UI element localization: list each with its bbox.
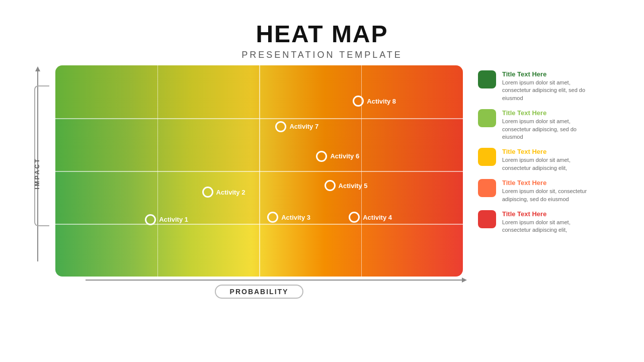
legend-title-5: Title Text Here <box>502 210 594 218</box>
activity-marker-1: Activity 1 <box>145 214 188 225</box>
legend-text-1: Title Text HereLorem ipsum dolor sit ame… <box>502 70 594 102</box>
legend-item-2: Title Text HereLorem ipsum dolor sit ame… <box>478 109 594 141</box>
heatmap-container: Activity 1Activity 2Activity 3Activity 4… <box>55 65 463 299</box>
x-axis-area: PROBABILITY <box>55 280 463 299</box>
heatmap-grid: Activity 1Activity 2Activity 3Activity 4… <box>55 65 463 277</box>
legend-item-5: Title Text HereLorem ipsum dolor sit ame… <box>478 210 594 234</box>
legend-text-5: Title Text HereLorem ipsum dolor sit ame… <box>502 210 594 234</box>
activity-label-1: Activity 1 <box>159 216 188 223</box>
main-area: IMPACT Activity 1Activity 2Activity 3Act… <box>0 65 644 299</box>
y-axis: IMPACT <box>25 65 50 282</box>
activity-dot-5 <box>325 180 336 191</box>
page-subtitle: PRESENTATION TEMPLATE <box>0 50 644 60</box>
activity-label-5: Activity 5 <box>339 182 368 190</box>
activity-dot-2 <box>202 187 213 198</box>
legend-item-1: Title Text HereLorem ipsum dolor sit ame… <box>478 70 594 102</box>
activity-marker-8: Activity 8 <box>353 96 396 107</box>
legend-desc-5: Lorem ipsum dolor sit amet, consectetur … <box>502 219 594 234</box>
activity-dot-3 <box>267 212 278 223</box>
activity-marker-3: Activity 3 <box>267 212 310 223</box>
y-axis-label: IMPACT <box>34 157 41 189</box>
x-axis-line <box>86 280 463 281</box>
x-axis-line-wrapper <box>55 280 463 281</box>
legend-text-4: Title Text HereLorem ipsum dolor sit, co… <box>502 179 594 203</box>
activity-label-7: Activity 7 <box>289 123 318 130</box>
row-overlay-2 <box>55 118 463 171</box>
row-overlay-1 <box>55 65 463 118</box>
activity-dot-1 <box>145 214 156 225</box>
activity-dot-8 <box>353 96 364 107</box>
x-axis-label: PROBABILITY <box>215 285 304 299</box>
legend-title-3: Title Text Here <box>502 148 594 155</box>
row-overlay-3 <box>55 171 463 224</box>
legend-color-1 <box>478 70 496 88</box>
y-axis-bracket <box>34 85 49 226</box>
activity-label-6: Activity 6 <box>330 152 359 160</box>
legend-color-4 <box>478 179 496 197</box>
legend-title-1: Title Text Here <box>502 70 594 78</box>
legend-text-3: Title Text HereLorem ipsum dolor sit ame… <box>502 148 594 172</box>
legend-panel: Title Text HereLorem ipsum dolor sit ame… <box>478 65 594 234</box>
activity-dot-7 <box>275 121 286 132</box>
header: HEAT MAP PRESENTATION TEMPLATE <box>0 0 644 60</box>
legend-desc-2: Lorem ipsum dolor sit amet, consectetur … <box>502 118 594 141</box>
activity-marker-5: Activity 5 <box>325 180 368 191</box>
activity-marker-2: Activity 2 <box>202 187 246 198</box>
activity-dot-4 <box>349 212 360 223</box>
legend-color-3 <box>478 148 496 166</box>
legend-title-2: Title Text Here <box>502 109 594 117</box>
legend-desc-3: Lorem ipsum dolor sit amet, consectetur … <box>502 156 594 172</box>
activity-label-8: Activity 8 <box>367 98 396 105</box>
activity-label-4: Activity 4 <box>363 214 392 221</box>
page-title: HEAT MAP <box>0 20 644 48</box>
activity-marker-4: Activity 4 <box>349 212 392 223</box>
legend-desc-4: Lorem ipsum dolor sit, consectetur adipi… <box>502 188 594 203</box>
legend-title-4: Title Text Here <box>502 179 594 187</box>
legend-desc-1: Lorem ipsum dolor sit amet, consectetur … <box>502 79 594 102</box>
activity-dot-6 <box>316 151 327 162</box>
row-overlay-4 <box>55 224 463 277</box>
legend-text-2: Title Text HereLorem ipsum dolor sit ame… <box>502 109 594 141</box>
activity-label-3: Activity 3 <box>281 214 310 221</box>
legend-color-5 <box>478 210 496 228</box>
activity-marker-7: Activity 7 <box>275 121 318 132</box>
legend-item-4: Title Text HereLorem ipsum dolor sit, co… <box>478 179 594 203</box>
activity-label-2: Activity 2 <box>216 189 246 196</box>
activity-marker-6: Activity 6 <box>316 151 359 162</box>
legend-item-3: Title Text HereLorem ipsum dolor sit ame… <box>478 148 594 172</box>
legend-color-2 <box>478 109 496 127</box>
